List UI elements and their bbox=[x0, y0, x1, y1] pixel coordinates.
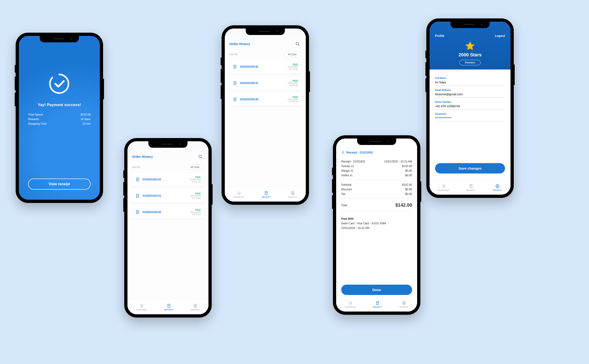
profile-hero: Profile Logout 2000 Stars Reedem bbox=[430, 22, 511, 70]
search-button[interactable] bbox=[197, 153, 204, 160]
nav-shopping[interactable]: SHOPPING bbox=[345, 301, 356, 308]
cart-icon bbox=[348, 301, 353, 305]
order-status: PAID bbox=[288, 96, 298, 98]
stars-count: 2000 Stars bbox=[435, 52, 505, 58]
item-price: $0.00 bbox=[405, 169, 412, 172]
order-row[interactable]: 010203100130 PAID 01/01/2020 10.33 AM bbox=[229, 93, 301, 106]
item-name: Mango x1 bbox=[341, 169, 353, 172]
nav-receipt[interactable]: RECEIPT bbox=[262, 191, 271, 198]
nav-label: PROFILE bbox=[191, 309, 200, 311]
svg-line-1 bbox=[201, 157, 202, 159]
filter-chip-all-date[interactable]: All Date bbox=[186, 164, 204, 170]
phone-payment-success: Yay! Payment success! Total Spend$142.00… bbox=[16, 33, 103, 203]
tax-label: Tax bbox=[341, 192, 346, 195]
paid-with-method: Debit Card - Visa Card - XXXX X464 bbox=[341, 222, 412, 225]
view-receipt-button[interactable]: View receipt bbox=[28, 179, 91, 190]
svg-point-13 bbox=[351, 304, 352, 305]
discount-label: Discount bbox=[341, 188, 352, 191]
receipt-icon bbox=[264, 191, 268, 195]
phone-input[interactable] bbox=[435, 103, 505, 110]
phone-order-history-2: Order History Sort By All Date 010203100… bbox=[221, 25, 309, 205]
search-button[interactable] bbox=[294, 40, 301, 47]
order-row[interactable]: 010203100130 PAID 01/01/2020 10.33 AM bbox=[132, 206, 204, 219]
order-row[interactable]: 010203100131 PAID 10/01/2020 10.33 AM bbox=[229, 77, 301, 90]
order-time: 10.33 AM bbox=[190, 197, 201, 200]
order-row[interactable]: 010203100131 PAID 10/01/2020 10.33 AM bbox=[132, 189, 204, 202]
profile-icon bbox=[193, 304, 198, 308]
screen-receipt-detail: Receipt - 21031931 Receipt - 2103193122/… bbox=[336, 138, 417, 312]
order-id: 010203100132 bbox=[240, 65, 258, 68]
sort-label: Sort By bbox=[132, 166, 140, 169]
order-time: 10.33 AM bbox=[288, 84, 298, 87]
stat-label: Total Spend bbox=[28, 113, 43, 116]
nav-profile[interactable]: PROFILE bbox=[399, 301, 408, 308]
screen-payment-success: Yay! Payment success! Total Spend$142.00… bbox=[19, 36, 100, 200]
side-button bbox=[103, 79, 104, 99]
done-button[interactable]: Done bbox=[341, 285, 412, 295]
search-icon bbox=[198, 154, 203, 159]
nav-shopping[interactable]: SHOPPING bbox=[233, 191, 244, 198]
chevron-left-icon bbox=[341, 150, 345, 154]
nav-shopping[interactable]: SHOPPING bbox=[136, 304, 147, 311]
email-label: Email Address bbox=[435, 89, 505, 91]
order-status: PAID bbox=[190, 209, 201, 211]
total-label: Total bbox=[341, 204, 347, 207]
phone-label: Phone Number bbox=[435, 101, 505, 103]
bottom-nav: SHOPPING RECEIPT PROFILE bbox=[128, 299, 208, 314]
receipt-icon bbox=[135, 210, 140, 214]
phone-notch bbox=[451, 22, 490, 28]
nav-label: RECEIPT bbox=[466, 189, 476, 191]
order-row[interactable]: 010203100132 PAID 22/01/2020 10.33 AM bbox=[132, 173, 204, 186]
svg-point-17 bbox=[445, 187, 445, 188]
svg-point-5 bbox=[195, 305, 196, 306]
password-input[interactable] bbox=[435, 115, 505, 122]
profile-form: Full Name Email Address Phone Number Pas… bbox=[430, 72, 511, 178]
nav-label: RECEIPT bbox=[164, 309, 174, 311]
svg-point-16 bbox=[443, 187, 444, 188]
stat-label: Shopping Time bbox=[28, 122, 46, 125]
receipt-id: Receipt - 21031931 bbox=[341, 160, 365, 163]
nav-shopping[interactable]: SHOPPING bbox=[438, 184, 449, 191]
discount-value: $0.00 bbox=[405, 188, 412, 191]
phone-order-history-1: Order History Sort By All Date 010203100… bbox=[124, 138, 212, 318]
receipt-icon bbox=[233, 81, 237, 85]
nav-receipt[interactable]: RECEIPT bbox=[373, 301, 382, 308]
search-icon bbox=[295, 42, 300, 46]
password-label: Password bbox=[435, 113, 505, 115]
nav-profile[interactable]: PROFILE bbox=[191, 304, 200, 311]
nav-label: PROFILE bbox=[288, 196, 297, 198]
stat-value: 20 min bbox=[82, 122, 91, 125]
order-time: 10.33 AM bbox=[190, 181, 201, 183]
success-stats: Total Spend$142.00 Rewards16 Stars Shopp… bbox=[28, 112, 91, 126]
back-button[interactable]: Receipt - 21031931 bbox=[341, 150, 412, 154]
redeem-button[interactable]: Reedem bbox=[460, 60, 480, 65]
nav-profile[interactable]: PROFILE bbox=[288, 191, 297, 198]
stat-label: Rewards bbox=[28, 117, 39, 121]
receipt-icon bbox=[469, 184, 473, 188]
tax-value: $0.00 bbox=[405, 192, 412, 195]
nav-receipt[interactable]: RECEIPT bbox=[164, 304, 174, 311]
cart-icon bbox=[139, 304, 144, 308]
phone-notch bbox=[40, 36, 79, 42]
stat-value: $142.00 bbox=[81, 113, 91, 116]
nav-receipt[interactable]: RECEIPT bbox=[466, 184, 476, 191]
nav-profile[interactable]: PROFILE bbox=[493, 184, 502, 191]
side-button bbox=[15, 76, 16, 90]
profile-icon bbox=[495, 184, 500, 188]
phone-profile: Profile Logout 2000 Stars Reedem Full Na… bbox=[426, 18, 514, 198]
screen-order-history: Order History Sort By All Date 010203100… bbox=[128, 141, 208, 314]
bottom-nav: SHOPPING RECEIPT PROFILE bbox=[430, 180, 511, 195]
order-row[interactable]: 010203100132 PAID 22/01/2020 10.33 AM bbox=[229, 60, 301, 73]
fullname-input[interactable] bbox=[435, 79, 505, 86]
filter-chip-all-date[interactable]: All Date bbox=[284, 52, 301, 57]
save-changes-button[interactable]: Save changes bbox=[435, 163, 505, 174]
phone-notch bbox=[357, 138, 396, 145]
svg-point-11 bbox=[292, 192, 293, 193]
nav-label: SHOPPING bbox=[345, 306, 356, 308]
subtotal-value: $142.00 bbox=[402, 183, 412, 186]
logout-link[interactable]: Logout bbox=[495, 34, 505, 38]
nav-label: RECEIPT bbox=[262, 196, 271, 198]
success-headline: Yay! Payment success! bbox=[38, 103, 81, 107]
cart-icon bbox=[441, 184, 446, 188]
email-input[interactable] bbox=[435, 91, 505, 98]
